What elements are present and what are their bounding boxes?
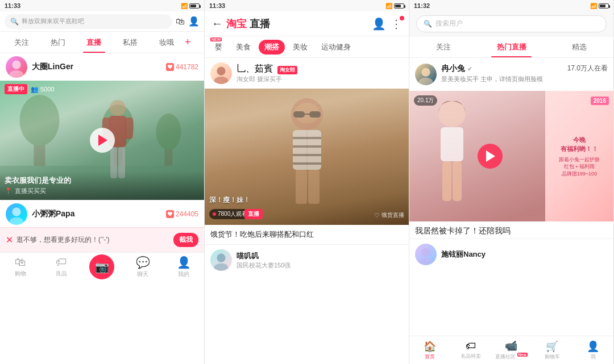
cart-icon[interactable]: 🛍 xyxy=(176,16,185,27)
svg-rect-29 xyxy=(293,162,321,165)
more-icon-p2[interactable]: ⋮ xyxy=(391,17,402,31)
avatar-streamer2[interactable] xyxy=(6,203,27,225)
p3-nav-me[interactable]: 👤 我 xyxy=(572,340,613,361)
streamer1-header: 大圈LinGer 441782 xyxy=(0,53,204,81)
live-dot xyxy=(213,212,216,216)
status-bar-3: 11:32 📶 xyxy=(409,0,613,11)
p3-feat-info: 冉小兔 ✔ 景美美妆买手 主申，详情页御用脸模 xyxy=(441,64,563,83)
p2-main-video[interactable]: 深！瘦！妹！ 7800人观看 直播 ♡ 饿货直播 xyxy=(205,89,409,225)
svg-point-0 xyxy=(12,61,20,69)
svg-point-34 xyxy=(421,68,430,77)
tab-makeup[interactable]: 妆哦 xyxy=(148,32,185,53)
camera-icon: 📷 xyxy=(95,260,109,274)
user-icon[interactable]: 👤 xyxy=(188,16,200,27)
p2-store-name: ♡ 饿货直播 xyxy=(374,211,404,219)
p2-store-subtitle: 淘女郎 摄深买手 xyxy=(237,75,297,83)
nav-me[interactable]: 👤 我的 xyxy=(163,256,204,278)
p3-nav-brand[interactable]: 🏷 名品特卖 xyxy=(450,340,491,360)
notif-close-icon[interactable]: ✕ xyxy=(6,235,13,245)
p3-tab-selected[interactable]: 精选 xyxy=(545,36,613,57)
cat-food[interactable]: 美食 xyxy=(230,40,256,55)
search-input-1[interactable]: 🔍 释放双脚来双平底鞋吧 xyxy=(5,14,172,29)
back-button[interactable]: ← xyxy=(211,17,223,30)
live-badge-1: 直播中 xyxy=(5,84,27,94)
viewer-icon-1: 👥 xyxy=(31,86,39,93)
follower-count-1: 441782 xyxy=(166,63,198,71)
tab-follow[interactable]: 关注 xyxy=(3,32,40,53)
panel-1: 11:33 📶 🔍 释放双脚来双平底鞋吧 🛍 👤 关注 热门 直播 私搭 妆哦 … xyxy=(0,0,205,364)
brand-icon: 🏷 xyxy=(466,340,476,352)
avatar-streamer1[interactable] xyxy=(6,56,27,78)
p2-avatar-2[interactable] xyxy=(210,249,232,271)
svg-point-32 xyxy=(217,254,225,262)
cat-sports[interactable]: 运动健身 xyxy=(316,40,356,55)
p3-nav-cart[interactable]: 🛒 购物车 xyxy=(532,340,572,361)
heart-icon: ♡ xyxy=(374,212,380,219)
p3-tab-follow[interactable]: 关注 xyxy=(409,36,478,57)
svg-rect-27 xyxy=(293,145,321,148)
svg-point-17 xyxy=(217,67,225,76)
video-bg-1: 直播中 👥 5000 卖衣服我们是专业的 📍 直播买买买 xyxy=(0,81,204,200)
battery-icon-3 xyxy=(599,3,609,9)
svg-rect-12 xyxy=(125,118,133,139)
p2-video-overlay-text: 深！瘦！妹！ xyxy=(209,195,404,205)
p3-nav-home[interactable]: 🏠 首页 xyxy=(409,340,450,361)
svg-rect-26 xyxy=(293,137,321,139)
video-title-1: 卖衣服我们是专业的 xyxy=(5,175,200,186)
tab-pida[interactable]: 私搭 xyxy=(112,32,148,53)
status-bar-1: 11:33 📶 xyxy=(0,0,204,11)
svg-point-1 xyxy=(10,70,24,78)
nav-chat[interactable]: 💬 聊天 xyxy=(122,256,163,278)
svg-point-40 xyxy=(421,248,430,257)
p3-feat-viewers: 17.0万人在看 xyxy=(567,64,608,73)
year-sticker: 2016 xyxy=(591,97,609,105)
p2-avatar-1[interactable] xyxy=(210,62,232,84)
cat-fashion[interactable]: 潮搭 xyxy=(259,40,285,55)
p3-nav-community[interactable]: 📹 直播社区 New xyxy=(491,340,532,361)
nav-goods[interactable]: 🏷 良品 xyxy=(41,256,82,278)
svg-point-41 xyxy=(419,258,433,265)
p3-search-bar: 🔍 搜索用户 xyxy=(409,11,613,36)
video-subtitle-1: 📍 直播买买买 xyxy=(5,187,200,195)
notification-bar: ✕ 逛不够，想看更多好玩的！(ˊ'-') 截我 xyxy=(0,227,204,252)
community-icon: 📹 xyxy=(505,340,517,352)
p2-header: ← 淘宝 直播 👤 ⋮ xyxy=(205,11,409,36)
video-card-1[interactable]: 直播中 👥 5000 卖衣服我们是专业的 📍 直播买买买 xyxy=(0,81,204,200)
follower-num-2: 244405 xyxy=(176,210,198,218)
follower-num-1: 441782 xyxy=(176,63,198,71)
svg-point-8 xyxy=(156,114,181,150)
user-icon-p2[interactable]: 👤 xyxy=(372,17,386,31)
home-icon: 🏠 xyxy=(424,340,436,353)
shop-icon: 🛍 xyxy=(15,256,26,269)
tab-plus[interactable]: + xyxy=(185,36,201,48)
brand-label: 名品特卖 xyxy=(460,353,481,360)
camera-button[interactable]: 📷 xyxy=(89,254,114,279)
p3-play-triangle xyxy=(486,150,495,162)
p3-search-input[interactable]: 🔍 搜索用户 xyxy=(416,15,607,32)
me-icon-3: 👤 xyxy=(587,340,599,353)
p3-tab-hot[interactable]: 热门直播 xyxy=(478,36,546,57)
home-label: 首页 xyxy=(425,353,435,361)
bottom-nav-1: 🛍 购物 🏷 良品 📷 💬 聊天 👤 我的 xyxy=(0,252,204,281)
p3-main-video[interactable]: 今晚有福利哟！！ 跟着小兔一起护肤红包＋福利雨品牌团199~100 2016 2… xyxy=(409,91,613,221)
notif-button[interactable]: 截我 xyxy=(173,233,198,247)
tabs-1: 关注 热门 直播 私搭 妆哦 + xyxy=(0,32,204,53)
p2-header-icons: 👤 ⋮ xyxy=(372,17,402,31)
p2-video-title: 饿货节！吃饱后来聊搭配和口红 xyxy=(205,225,409,242)
search-icon: 🔍 xyxy=(10,18,19,26)
cat-beauty[interactable]: 美妆 xyxy=(287,40,313,55)
tab-live[interactable]: 直播 xyxy=(76,32,113,53)
status-icons-1: 📶 xyxy=(181,3,200,9)
cat-baby[interactable]: 婴 xyxy=(209,40,228,55)
p3-avatar-2[interactable] xyxy=(415,244,437,265)
play-button-1[interactable] xyxy=(90,128,115,153)
notif-text: 逛不够，想看更多好玩的！(ˊ'-') xyxy=(16,235,170,245)
tab-hot[interactable]: 热门 xyxy=(40,32,76,53)
nav-camera[interactable]: 📷 xyxy=(82,254,123,279)
nav-shop[interactable]: 🛍 购物 xyxy=(0,256,41,278)
p3-video-title: 我居然被卡掉了！还陪我吗 xyxy=(409,221,613,239)
cart-label: 购物车 xyxy=(545,353,560,361)
streamer1-name: 大圈LinGer xyxy=(32,62,161,72)
p3-avatar-1[interactable] xyxy=(415,64,437,85)
p3-play-button[interactable] xyxy=(478,144,503,169)
